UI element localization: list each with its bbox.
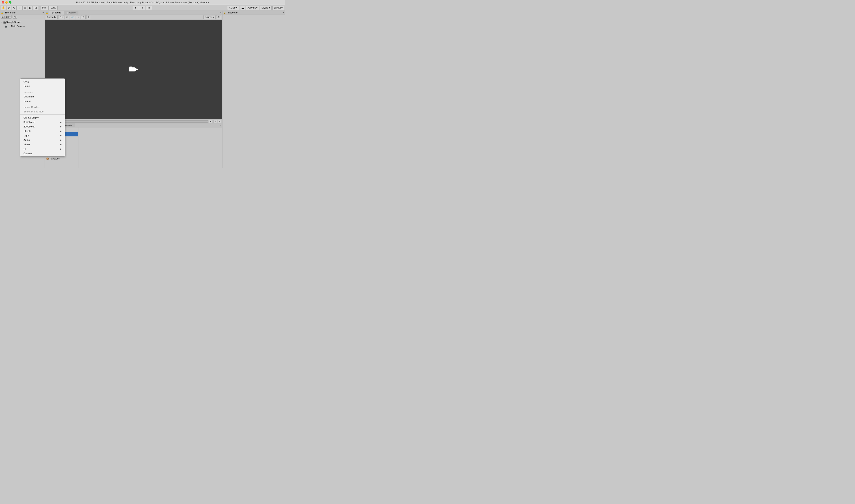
gizmos-label: Gizmos ▾ xyxy=(205,16,214,18)
2d-button[interactable]: 2D xyxy=(58,15,64,19)
hierarchy-camera-item[interactable]: 📷 Main Camera xyxy=(0,24,44,28)
gizmos-button[interactable]: Gizmos ▾ xyxy=(203,15,216,19)
hidden-button[interactable]: ⊙ xyxy=(81,15,86,19)
game-tab[interactable]: Game xyxy=(64,11,78,15)
audio-button[interactable]: 🔊 xyxy=(70,15,75,19)
context-rename[interactable]: Rename xyxy=(20,90,65,94)
cloud-button[interactable]: ☁ xyxy=(240,5,245,10)
2d-object-submenu-arrow: ▶ xyxy=(60,126,61,128)
pivot-button[interactable]: Pivot xyxy=(40,5,49,10)
hierarchy-all-button[interactable]: All xyxy=(13,15,17,19)
hierarchy-lock-icon: 🔒 xyxy=(1,12,3,14)
step-button[interactable]: ⏭ xyxy=(146,5,152,10)
view-bottom-bar: 🔍 ⊞ ♪ ⊡ xyxy=(45,119,222,123)
scene-tab[interactable]: Scene xyxy=(49,11,64,15)
delete-label: Delete xyxy=(23,100,31,102)
context-ui[interactable]: UI ▶ xyxy=(20,147,65,151)
hierarchy-header: 🔒 Hierarchy ≡ xyxy=(0,11,44,15)
account-label: Account xyxy=(248,6,256,9)
camera-viewfinder xyxy=(129,67,132,68)
scene-name: SampleScene xyxy=(6,21,21,23)
scale-tool-button[interactable]: ⤢ xyxy=(17,5,22,10)
bottom-panel-tabs: 🔒 Project Console ≡ xyxy=(45,123,222,127)
project-menu-icon[interactable]: ≡ xyxy=(219,123,222,127)
hierarchy-menu-icon[interactable]: ≡ xyxy=(42,12,44,14)
effects-button[interactable]: ✦ xyxy=(76,15,81,19)
light-label: Light xyxy=(23,134,29,137)
context-duplicate[interactable]: Duplicate xyxy=(20,94,65,99)
context-3d-object[interactable]: 3D Object ▶ xyxy=(20,120,65,124)
layers-button[interactable]: Layers ▾ xyxy=(260,5,271,10)
camera-viewport-icon xyxy=(129,66,139,73)
menu-sep-1 xyxy=(20,89,65,89)
context-select-children[interactable]: Select Children xyxy=(20,105,65,109)
rotate-tool-button[interactable]: ↻ xyxy=(12,5,17,10)
scene-all-button[interactable]: All xyxy=(216,15,221,19)
local-button[interactable]: Local xyxy=(49,5,58,10)
hierarchy-all-label: All xyxy=(14,16,16,18)
hierarchy-create-label: Create ▾ xyxy=(2,16,11,18)
close-button[interactable] xyxy=(2,1,4,4)
layout-button[interactable]: Layout ▾ xyxy=(272,5,284,10)
context-copy[interactable]: Copy xyxy=(20,79,65,84)
window-title: Unity 2019.1.5f1 Personal - SampleScene.… xyxy=(76,1,209,4)
hierarchy-scene-item[interactable]: ▼ 🎬 SampleScene xyxy=(0,20,44,24)
paste-label: Paste xyxy=(23,85,30,87)
play-controls: ▶ ⏸ ⏭ xyxy=(132,5,152,10)
scene-tab-label: Scene xyxy=(54,12,61,14)
context-audio[interactable]: Audio ▶ xyxy=(20,138,65,142)
main-camera-label: Main Camera xyxy=(7,25,25,28)
copy-label: Copy xyxy=(23,80,29,83)
play-button[interactable]: ▶ xyxy=(132,5,139,10)
assets-packages-item[interactable]: 📦 Packages xyxy=(45,157,78,161)
audio-mini-icon[interactable]: ♪ xyxy=(213,120,217,123)
minimize-button[interactable] xyxy=(5,1,8,4)
rect-tool-button[interactable]: ▭ xyxy=(22,5,27,10)
context-2d-object[interactable]: 2D Object ▶ xyxy=(20,124,65,129)
bottom-area: 🔒 Project Console ≡ xyxy=(45,123,222,168)
context-light[interactable]: Light ▶ xyxy=(20,133,65,138)
move-tool-button[interactable]: ✥ xyxy=(6,5,11,10)
select-children-label: Select Children xyxy=(23,106,40,108)
scene-viewport[interactable] xyxy=(45,20,222,119)
inspector-menu-icon[interactable]: ≡ xyxy=(283,12,284,14)
inspector-panel: 🔒 Inspector ≡ xyxy=(222,11,285,168)
ui-submenu-arrow: ▶ xyxy=(60,148,61,150)
3d-object-label: 3D Object xyxy=(23,121,35,123)
context-camera[interactable]: Camera xyxy=(20,151,65,156)
view-panel-icon: 🔒 xyxy=(45,11,49,15)
layers-mini-icon[interactable]: ⊞ xyxy=(209,120,212,123)
packages-folder-icon: 📦 xyxy=(46,158,49,160)
settings-mini-icon[interactable]: ⊡ xyxy=(218,120,221,123)
rename-label: Rename xyxy=(23,91,33,93)
maximize-button[interactable] xyxy=(9,1,12,4)
lighting-button[interactable]: ☀ xyxy=(65,15,69,19)
view-menu-icon[interactable]: ≡ xyxy=(219,11,222,15)
context-delete[interactable]: Delete xyxy=(20,99,65,103)
context-create-empty[interactable]: Create Empty xyxy=(20,115,65,120)
account-button[interactable]: Account ▾ xyxy=(246,5,259,10)
inspector-header: 🔒 Inspector ≡ xyxy=(222,11,285,15)
camera-label: Camera xyxy=(23,152,32,155)
zoom-slider[interactable] xyxy=(50,120,208,123)
shading-label: Shaded xyxy=(47,16,55,18)
right-controls: Collab ▾ ☁ Account ▾ Layers ▾ Layout ▾ xyxy=(227,5,284,10)
context-effects[interactable]: Effects ▶ xyxy=(20,129,65,133)
custom-tool-button[interactable]: ⊡ xyxy=(33,5,38,10)
duplicate-label: Duplicate xyxy=(23,95,34,98)
collab-button[interactable]: Collab ▾ xyxy=(227,5,239,10)
menu-sep-2 xyxy=(20,104,65,104)
inspector-lock-icon[interactable]: 🔒 xyxy=(224,12,226,14)
view-tabs: 🔒 Scene Game ≡ xyxy=(45,11,222,15)
context-video[interactable]: Video ▶ xyxy=(20,142,65,147)
hierarchy-create-button[interactable]: Create ▾ xyxy=(1,15,12,19)
hand-tool-button[interactable]: ✋ xyxy=(1,5,6,10)
create-empty-label: Create Empty xyxy=(23,116,38,119)
pause-button[interactable]: ⏸ xyxy=(139,5,145,10)
context-select-prefab-root[interactable]: Select Prefab Root xyxy=(20,109,65,114)
transform-tool-button[interactable]: ⊞ xyxy=(28,5,33,10)
3d-object-submenu-arrow: ▶ xyxy=(60,121,61,123)
context-paste[interactable]: Paste xyxy=(20,84,65,88)
stats-button[interactable]: 0 xyxy=(86,15,90,19)
shading-button[interactable]: Shaded ▾ xyxy=(46,15,58,19)
